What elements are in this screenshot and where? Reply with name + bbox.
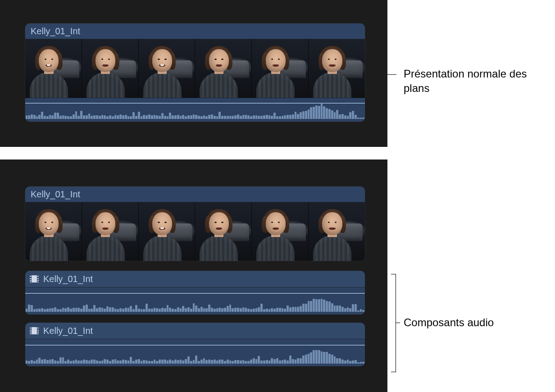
clip-filmstrip bbox=[25, 202, 365, 261]
clip-title-bar: Kelly_01_Int bbox=[25, 187, 365, 202]
callout-bracket-lead bbox=[396, 323, 400, 323]
audio-component-waveform[interactable] bbox=[25, 287, 365, 315]
clip-audio-waveform[interactable] bbox=[25, 98, 365, 122]
audio-component-waveform[interactable] bbox=[25, 339, 365, 366]
audio-component-0[interactable]: Kelly_01_Int bbox=[25, 271, 365, 315]
timeline-panel-normal: Kelly_01_Int bbox=[0, 0, 387, 147]
audio-component-1[interactable]: Kelly_01_Int bbox=[25, 323, 365, 366]
clip-expanded[interactable]: Kelly_01_Int bbox=[25, 187, 365, 261]
timeline-panel-expanded: Kelly_01_Int Kelly_01_Int bbox=[0, 160, 387, 392]
clip-filmstrip bbox=[25, 39, 365, 98]
audio-component-title-bar: Kelly_01_Int bbox=[25, 271, 365, 287]
callout-normal: Présentation normale des plans bbox=[404, 67, 548, 96]
audio-volume-line[interactable] bbox=[25, 293, 365, 294]
film-icon bbox=[30, 275, 39, 283]
audio-component-label: Kelly_01_Int bbox=[43, 271, 93, 287]
clip-title-bar: Kelly_01_Int bbox=[25, 23, 365, 39]
audio-component-label: Kelly_01_Int bbox=[43, 323, 93, 339]
audio-volume-line[interactable] bbox=[25, 345, 365, 346]
film-icon bbox=[30, 327, 39, 334]
clip-title-text: Kelly_01_Int bbox=[31, 23, 80, 39]
audio-volume-line[interactable] bbox=[25, 103, 365, 104]
figure: Présentation normale des plans Composant… bbox=[0, 0, 555, 392]
clip-title-text: Kelly_01_Int bbox=[31, 187, 80, 202]
callout-components-text: Composants audio bbox=[404, 316, 494, 328]
callout-bracket-components bbox=[391, 274, 396, 372]
callout-normal-text: Présentation normale des plans bbox=[404, 68, 527, 94]
clip-normal[interactable]: Kelly_01_Int bbox=[25, 23, 365, 122]
callout-components: Composants audio bbox=[404, 315, 494, 330]
audio-component-title-bar: Kelly_01_Int bbox=[25, 323, 365, 339]
